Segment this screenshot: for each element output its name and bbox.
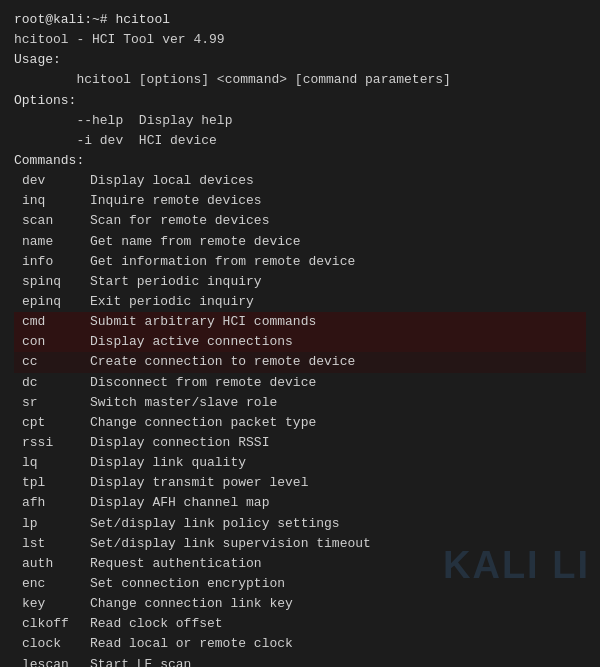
command-row: clkoffRead clock offset [14, 614, 586, 634]
command-row: clockRead local or remote clock [14, 634, 586, 654]
command-row: afhDisplay AFH channel map [14, 493, 586, 513]
command-name: scan [14, 211, 90, 231]
command-desc: Change connection link key [90, 596, 293, 611]
title-line: hcitool - HCI Tool ver 4.99 [14, 30, 586, 50]
command-row: spinqStart periodic inquiry [14, 272, 586, 292]
command-desc: Change connection packet type [90, 415, 316, 430]
command-desc: Get name from remote device [90, 234, 301, 249]
command-row: lstSet/display link supervision timeout [14, 534, 586, 554]
options-label: Options: [14, 91, 586, 111]
command-name: dc [14, 373, 90, 393]
command-desc: Start LE scan [90, 657, 191, 668]
command-name: rssi [14, 433, 90, 453]
command-row: cptChange connection packet type [14, 413, 586, 433]
option-i-desc: HCI device [139, 133, 217, 148]
command-name: clkoff [14, 614, 90, 634]
option-help-desc: Display help [139, 113, 233, 128]
command-row: lpSet/display link policy settings [14, 514, 586, 534]
command-row: nameGet name from remote device [14, 232, 586, 252]
command-desc: Display connection RSSI [90, 435, 269, 450]
option-i: -i dev HCI device [14, 131, 586, 151]
command-row: cmdSubmit arbitrary HCI commands [14, 312, 586, 332]
command-row: inqInquire remote devices [14, 191, 586, 211]
command-row: rssiDisplay connection RSSI [14, 433, 586, 453]
command-name: spinq [14, 272, 90, 292]
command-name: cpt [14, 413, 90, 433]
usage-cmd: hcitool [options] <command> [command par… [14, 70, 586, 90]
usage-label: Usage: [14, 50, 586, 70]
command-name: cc [14, 352, 90, 372]
command-name: sr [14, 393, 90, 413]
command-name: lescan [14, 655, 90, 668]
command-desc: Exit periodic inquiry [90, 294, 254, 309]
command-desc: Set connection encryption [90, 576, 285, 591]
command-name: lq [14, 453, 90, 473]
command-desc: Submit arbitrary HCI commands [90, 314, 316, 329]
command-name: clock [14, 634, 90, 654]
command-row: authRequest authentication [14, 554, 586, 574]
command-row: srSwitch master/slave role [14, 393, 586, 413]
command-name: con [14, 332, 90, 352]
command-row: tplDisplay transmit power level [14, 473, 586, 493]
command-desc: Display active connections [90, 334, 293, 349]
command-desc: Display transmit power level [90, 475, 308, 490]
command-name: afh [14, 493, 90, 513]
command-name: tpl [14, 473, 90, 493]
command-desc: Get information from remote device [90, 254, 355, 269]
prompt-line: root@kali:~# hcitool [14, 10, 586, 30]
command-row: devDisplay local devices [14, 171, 586, 191]
command-desc: Create connection to remote device [90, 354, 355, 369]
command-desc: Display AFH channel map [90, 495, 269, 510]
command-name: lst [14, 534, 90, 554]
command-desc: Set/display link supervision timeout [90, 536, 371, 551]
option-help: --help Display help [14, 111, 586, 131]
command-row: infoGet information from remote device [14, 252, 586, 272]
command-desc: Read local or remote clock [90, 636, 293, 651]
command-row: ccCreate connection to remote device [14, 352, 586, 372]
command-name: enc [14, 574, 90, 594]
command-name: dev [14, 171, 90, 191]
command-row: epinqExit periodic inquiry [14, 292, 586, 312]
commands-list: devDisplay local devicesinqInquire remot… [14, 171, 586, 667]
command-desc: Display link quality [90, 455, 246, 470]
command-name: lp [14, 514, 90, 534]
command-desc: Read clock offset [90, 616, 223, 631]
command-name: info [14, 252, 90, 272]
commands-label: Commands: [14, 151, 586, 171]
command-desc: Scan for remote devices [90, 213, 269, 228]
command-row: conDisplay active connections [14, 332, 586, 352]
command-desc: Switch master/slave role [90, 395, 277, 410]
command-row: keyChange connection link key [14, 594, 586, 614]
command-name: key [14, 594, 90, 614]
command-row: lqDisplay link quality [14, 453, 586, 473]
command-name: inq [14, 191, 90, 211]
command-desc: Disconnect from remote device [90, 375, 316, 390]
command-name: epinq [14, 292, 90, 312]
command-name: auth [14, 554, 90, 574]
command-row: dcDisconnect from remote device [14, 373, 586, 393]
command-desc: Display local devices [90, 173, 254, 188]
command-desc: Start periodic inquiry [90, 274, 262, 289]
command-name: name [14, 232, 90, 252]
command-row: encSet connection encryption [14, 574, 586, 594]
command-row: scanScan for remote devices [14, 211, 586, 231]
command-desc: Set/display link policy settings [90, 516, 340, 531]
command-name: cmd [14, 312, 90, 332]
terminal-window: root@kali:~# hcitool hcitool - HCI Tool … [0, 0, 600, 667]
command-desc: Inquire remote devices [90, 193, 262, 208]
command-desc: Request authentication [90, 556, 262, 571]
command-row: lescanStart LE scan [14, 655, 586, 668]
